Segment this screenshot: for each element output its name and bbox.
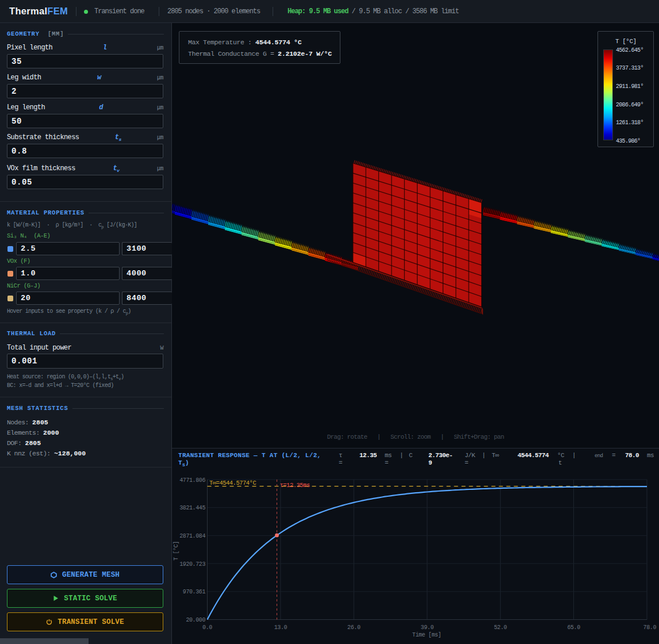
svg-text:65.0: 65.0 <box>567 624 580 631</box>
svg-text:1920.723: 1920.723 <box>179 561 205 568</box>
svg-text:T [°C]: T [°C] <box>173 541 179 561</box>
svg-text:3821.445: 3821.445 <box>179 505 205 511</box>
svg-text:13.0: 13.0 <box>274 624 288 631</box>
svg-text:4771.806: 4771.806 <box>179 477 205 484</box>
svg-text:Time [ms]: Time [ms] <box>412 632 441 638</box>
svg-text:26.0: 26.0 <box>347 624 361 631</box>
svg-text:20.000: 20.000 <box>186 617 205 623</box>
svg-text:970.361: 970.361 <box>183 589 206 595</box>
svg-text:T∞=4544.5774°C: T∞=4544.5774°C <box>209 480 256 486</box>
svg-text:39.0: 39.0 <box>421 624 434 631</box>
svg-text:τ=12.35ms: τ=12.35ms <box>280 482 310 489</box>
svg-text:0.0: 0.0 <box>202 624 212 631</box>
svg-text:78.0: 78.0 <box>643 624 657 631</box>
svg-text:52.0: 52.0 <box>494 624 507 631</box>
svg-text:2871.084: 2871.084 <box>179 533 205 539</box>
